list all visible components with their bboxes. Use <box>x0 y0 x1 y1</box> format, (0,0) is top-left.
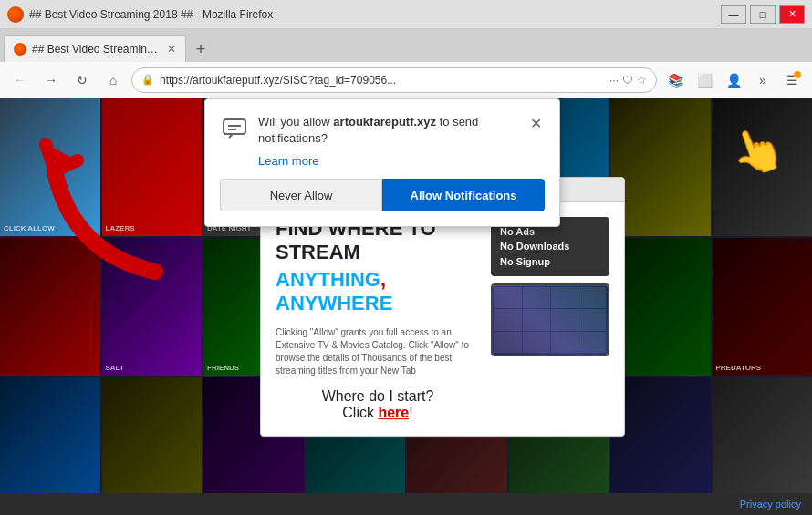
notification-popup: Will you allow artoukfareputf.xyz to sen… <box>204 98 560 227</box>
window-title: ## Best Video Streaming 2018 ## - Mozill… <box>29 8 273 21</box>
subtitle-anywhere: ANYWHERE <box>276 292 392 314</box>
nav-bar: ← → ↻ ⌂ 🔒 https://artoukfareputf.xyz/SIS… <box>0 62 812 98</box>
title-bar-controls: — □ ✕ <box>721 5 805 24</box>
tab-close-button[interactable]: ✕ <box>167 43 176 56</box>
active-tab[interactable]: ## Best Video Streaming 2 ✕ <box>4 35 186 62</box>
more-icon[interactable]: ··· <box>609 74 619 87</box>
laptop-preview <box>491 283 609 356</box>
tab-title: ## Best Video Streaming 2 <box>32 43 161 56</box>
laptop-cell-8 <box>578 309 606 330</box>
laptop-cell-4 <box>578 287 606 308</box>
laptop-cell-6 <box>523 309 550 330</box>
address-bar-icons: ··· 🛡 ☆ <box>609 74 647 87</box>
movie-label-1: CLICK ALLOW <box>4 224 55 232</box>
sync-icon[interactable]: 👤 <box>721 67 746 93</box>
reload-button[interactable]: ↻ <box>69 67 95 93</box>
learn-more-link[interactable]: Learn more <box>258 154 545 168</box>
movie-cell-9 <box>0 238 100 376</box>
no-ads-line3: No Signup <box>500 254 600 270</box>
movie-cell-16: PREDATORS <box>713 238 813 376</box>
forward-button[interactable]: → <box>38 67 64 93</box>
minimize-button[interactable]: — <box>721 5 746 24</box>
subtitle-comma: , <box>380 268 386 291</box>
laptop-cell-7 <box>551 309 578 330</box>
menu-button[interactable]: ☰ <box>779 67 805 93</box>
firefox-icon <box>7 6 24 23</box>
movie-cell-10: SALT <box>102 238 203 376</box>
movie-cell-15 <box>610 238 711 376</box>
movie-label-10: SALT <box>106 364 124 372</box>
library-icon[interactable]: 📚 <box>662 67 688 93</box>
laptop-screen <box>493 285 608 355</box>
shield-icon: 🛡 <box>622 74 633 87</box>
address-bar[interactable]: 🔒 https://artoukfareputf.xyz/SISC?tag_id… <box>131 67 657 93</box>
title-bar: ## Best Video Streaming 2018 ## - Mozill… <box>0 0 812 29</box>
bookmark-icon[interactable]: ☆ <box>637 74 647 87</box>
never-allow-button[interactable]: Never Allow <box>220 179 382 211</box>
movie-label-11: FRIENDS <box>207 364 239 372</box>
modal-left: FIND WHERE TO STREAM ANYTHING, ANYWHERE … <box>276 217 480 422</box>
close-button[interactable]: ✕ <box>779 5 805 24</box>
popup-close-button[interactable]: ✕ <box>526 114 545 132</box>
notification-dot <box>794 71 801 78</box>
laptop-cell-12 <box>578 332 606 353</box>
browser-window: ## Best Video Streaming 2018 ## - Mozill… <box>0 0 812 515</box>
allow-notifications-button[interactable]: Allow Notifications <box>382 179 545 211</box>
laptop-cell-9 <box>494 332 522 353</box>
nav-right-icons: 📚 ⬜ 👤 » ☰ <box>662 67 805 93</box>
modal-content: FIND WHERE TO STREAM ANYTHING, ANYWHERE … <box>276 217 609 422</box>
subtitle-main: ANYTHING <box>276 268 380 291</box>
movie-cell-7 <box>610 98 711 236</box>
popup-header: Will you allow artoukfareputf.xyz to sen… <box>220 114 545 147</box>
movie-label-2: LAZERS <box>106 224 135 232</box>
modal-body: FIND WHERE TO STREAM ANYTHING, ANYWHERE … <box>261 202 624 437</box>
laptop-cell-2 <box>523 287 550 308</box>
cta-end: ! <box>409 405 412 420</box>
back-button[interactable]: ← <box>7 67 33 93</box>
modal-right: No Ads No Downloads No Signup <box>491 217 609 422</box>
laptop-cell-5 <box>494 309 522 330</box>
modal-cta: Where do I start? Click here! <box>276 388 480 421</box>
movie-cell-1: CLICK ALLOW <box>0 98 100 236</box>
cta-click-text: Click <box>342 405 378 420</box>
footer-bar: Privacy policy <box>0 493 812 515</box>
privacy-policy-link[interactable]: Privacy policy <box>740 499 801 510</box>
movie-cell-2: LAZERS <box>102 98 203 236</box>
laptop-cell-10 <box>523 332 550 353</box>
sidebar-icon[interactable]: ⬜ <box>692 67 717 93</box>
cta-here-link[interactable]: here <box>378 405 409 420</box>
popup-message-1: Will you allow <box>258 115 333 129</box>
maximize-button[interactable]: □ <box>750 5 776 24</box>
security-icon: 🔒 <box>141 74 154 86</box>
title-bar-left: ## Best Video Streaming 2018 ## - Mozill… <box>7 6 273 23</box>
laptop-cell-3 <box>551 287 578 308</box>
modal-subtitle: ANYTHING, ANYWHERE <box>276 268 480 315</box>
popup-buttons: Never Allow Allow Notifications <box>220 179 545 211</box>
no-ads-line2: No Downloads <box>500 239 600 254</box>
new-tab-button[interactable]: + <box>188 36 213 62</box>
tab-bar: ## Best Video Streaming 2 ✕ + <box>0 29 812 62</box>
home-button[interactable]: ⌂ <box>100 67 126 93</box>
popup-message: Will you allow artoukfareputf.xyz to sen… <box>258 114 517 147</box>
extensions-icon[interactable]: » <box>750 67 776 93</box>
movie-label-16: PREDATORS <box>716 364 762 372</box>
tab-favicon <box>14 43 26 56</box>
url-display: https://artoukfareputf.xyz/SISC?tag_id=7… <box>160 74 604 87</box>
cta-text: Where do I start? <box>322 388 434 404</box>
chat-icon <box>220 114 249 143</box>
popup-domain: artoukfareputf.xyz <box>333 115 436 129</box>
modal-description: Clicking "Allow" grants you full access … <box>276 326 480 377</box>
laptop-cell-1 <box>494 287 522 308</box>
laptop-cell-11 <box>551 332 578 353</box>
